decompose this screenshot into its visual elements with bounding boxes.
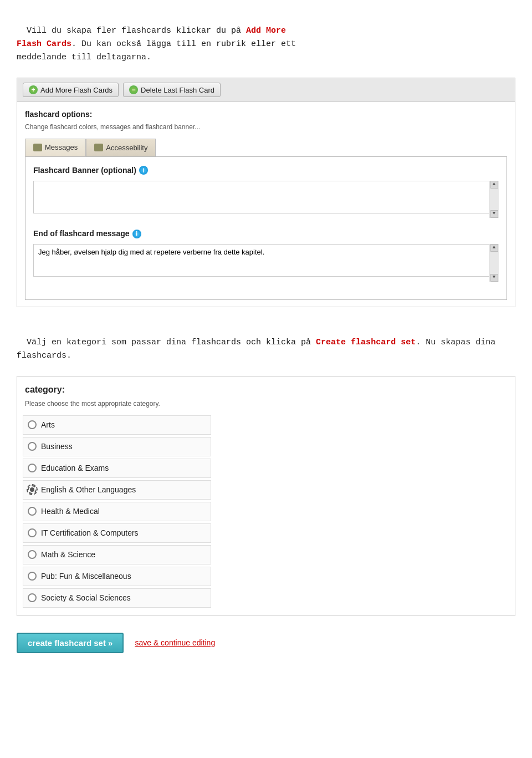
category-title: category: [17,377,515,399]
second-intro-paragraph: Välj en kategori som passar dina flashca… [17,323,515,363]
create-flashcard-set-button[interactable]: create flashcard set » [17,633,124,653]
save-continue-link[interactable]: save & continue editing [135,637,215,649]
banner-info-icon[interactable]: i [139,166,148,175]
end-message-textarea[interactable] [33,244,499,277]
scroll-up-arrow[interactable]: ▲ [490,181,498,189]
radio-circle [28,572,37,581]
tab-messages[interactable]: Messages [25,139,86,156]
delete-btn-label: Delete Last Flash Card [141,86,214,94]
options-toolbar: + Add More Flash Cards − Delete Last Fla… [17,78,515,102]
accessibility-tab-icon [94,144,103,151]
scroll-down-arrow[interactable]: ▼ [490,210,498,218]
end-message-label-text: End of flashcard message [33,228,130,240]
banner-field-label: Flashcard Banner (optional) i [33,165,499,176]
end-scroll-down-arrow[interactable]: ▼ [490,274,498,282]
radio-circle [28,593,37,602]
category-item-label: Business [41,441,73,452]
category-list: ArtsBusinessEducation & ExamsEnglish & O… [17,415,515,615]
radio-circle [28,550,37,559]
end-message-textarea-wrapper: ▲ ▼ [33,244,499,282]
radio-circle [28,485,37,494]
end-message-info-icon[interactable]: i [132,230,141,238]
category-item-label: Education & Exams [41,462,109,474]
category-item-label: Math & Science [41,549,95,561]
add-icon: + [29,85,38,94]
category-item[interactable]: Math & Science [23,545,211,564]
tab-accessibility-label: Accessebility [106,143,147,154]
second-intro-before: Välj en kategori som passar dina flashca… [27,338,316,347]
category-item-label: Pub: Fun & Miscellaneous [41,571,131,582]
add-more-flashcards-button[interactable]: + Add More Flash Cards [23,83,119,97]
intro-text-before: Vill du skapa fler flashcards klickar du… [27,26,246,35]
save-link-label: save & continue editing [135,638,215,647]
create-btn-label: create flashcard set » [28,638,112,648]
banner-label-text: Flashcard Banner (optional) [33,165,136,176]
category-item-label: Society & Social Sciences [41,592,131,604]
category-item[interactable]: Health & Medical [23,502,211,521]
category-item-label: IT Certification & Computers [41,527,139,539]
category-item[interactable]: English & Other Languages [23,480,211,500]
category-item[interactable]: Education & Exams [23,459,211,478]
category-subtitle: Please choose the most appropriate categ… [17,399,515,415]
radio-circle [28,507,37,516]
banner-textarea-wrapper: ▲ ▼ [33,181,499,218]
intro-paragraph: Vill du skapa fler flashcards klickar du… [17,11,515,64]
category-item[interactable]: IT Certification & Computers [23,523,211,543]
radio-circle [28,464,37,472]
delete-icon: − [129,85,138,94]
messages-tab-icon [33,144,42,151]
footer-bar: create flashcard set » save & continue e… [17,627,515,659]
add-btn-label: Add More Flash Cards [40,86,112,94]
tab-accessibility[interactable]: Accessebility [86,139,156,156]
radio-circle [28,420,37,429]
end-message-field-label: End of flashcard message i [33,228,499,240]
category-item[interactable]: Pub: Fun & Miscellaneous [23,567,211,586]
banner-scrollbar: ▲ ▼ [489,181,499,218]
banner-textarea[interactable] [33,181,499,213]
options-panel: + Add More Flash Cards − Delete Last Fla… [17,78,515,307]
category-item[interactable]: Arts [23,415,211,435]
end-message-scrollbar: ▲ ▼ [489,244,499,282]
category-item[interactable]: Business [23,437,211,456]
tabs-row: Messages Accessebility [25,139,507,156]
category-panel: category: Please choose the most appropr… [17,376,515,616]
category-item-label: Arts [41,419,55,431]
second-intro-highlight: Create flashcard set [316,338,416,347]
radio-circle [28,442,37,451]
end-scroll-up-arrow[interactable]: ▲ [490,244,498,252]
tab-content-messages: Flashcard Banner (optional) i ▲ ▼ End of… [25,156,507,300]
delete-last-flashcard-button[interactable]: − Delete Last Flash Card [123,83,221,97]
options-body: flashcard options: Change flashcard colo… [17,102,515,307]
category-item-label: Health & Medical [41,506,100,517]
options-subtitle: Change flashcard colors, messages and fl… [25,122,507,132]
category-item-label: English & Other Languages [41,484,136,496]
options-title: flashcard options: [25,109,507,120]
category-item[interactable]: Society & Social Sciences [23,588,211,608]
tab-messages-label: Messages [45,142,78,153]
radio-circle [28,528,37,537]
